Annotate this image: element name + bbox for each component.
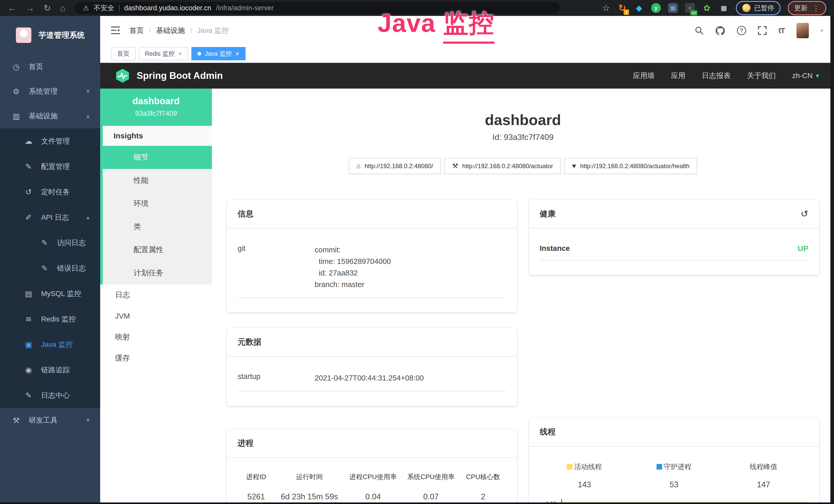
extension-refresh-icon[interactable]: ↻ 1 — [617, 3, 627, 13]
sidebar-collapse-icon[interactable] — [111, 26, 120, 35]
window-right-scrollbar[interactable] — [830, 16, 834, 504]
info-row-git: git commit: time: 1596289704000 id: 27aa… — [238, 236, 506, 298]
sba-nav-about[interactable]: 关于我们 — [747, 71, 776, 81]
font-size-icon[interactable]: tT — [778, 26, 785, 35]
breadcrumb-home[interactable]: 首页 — [129, 26, 144, 36]
health-history-icon[interactable]: ↺ — [800, 208, 808, 219]
sba-nav-jvm[interactable]: JVM — [100, 305, 212, 327]
sba-nav-wallboard[interactable]: 应用墙 — [633, 71, 655, 81]
sba-topbar: Spring Boot Admin 应用墙 应用 日志报表 关于我们 zh-CN… — [100, 63, 834, 89]
sidebar-item-log-center[interactable]: ✎ 日志中心 — [0, 383, 100, 408]
heartbeat-icon: ♥ — [572, 162, 576, 170]
sidebar-item-access-logs[interactable]: ✎ 访问日志 — [0, 230, 100, 255]
process-col-cores: CPU核心数 — [460, 473, 506, 481]
health-row-instance[interactable]: Instance UP — [540, 236, 808, 260]
spring-boot-admin-logo-icon[interactable] — [115, 68, 130, 83]
search-icon[interactable] — [695, 26, 704, 35]
sidebar-item-mysql-monitor[interactable]: ▤ MySQL 监控 — [0, 281, 100, 306]
browser-home-icon[interactable]: ⌂ — [60, 4, 66, 12]
close-icon[interactable]: × — [236, 50, 239, 57]
browser-menu-dots-icon[interactable]: ⋮ — [812, 4, 820, 13]
breadcrumb-infra[interactable]: 基础设施 — [156, 26, 185, 36]
actuator-url-chip[interactable]: ⚒ http://192.168.0.2:48080/actuator — [444, 158, 561, 174]
threads-legend: 活动线程 守护进程 线程峰值 143 — [540, 454, 808, 489]
sidebar-item-home[interactable]: ◷ 首页 — [0, 54, 100, 79]
sidebar-item-label: 首页 — [29, 62, 43, 72]
browser-update-button[interactable]: 更新 ⋮ — [788, 1, 826, 15]
security-label[interactable]: 不安全 — [93, 3, 114, 13]
legend-label: 活动线程 — [574, 462, 602, 472]
sba-nav-logs[interactable]: 日志 — [100, 284, 212, 305]
browser-back-icon[interactable]: ← — [8, 4, 17, 12]
sidebar-item-error-logs[interactable]: ✎ 错误日志 — [0, 255, 100, 281]
health-url-chip[interactable]: ♥ http://192.168.0.2:48080/actuator/heal… — [564, 158, 697, 174]
sba-nav-environment[interactable]: 环境 — [103, 192, 212, 215]
sidebar-item-config-manage[interactable]: ✎ 配置管理 — [0, 154, 100, 179]
profile-paused-pill[interactable]: 已暂停 — [736, 1, 781, 15]
sidebar-item-infra[interactable]: ▥ 基础设施 ▴ — [0, 104, 100, 129]
tab-java-monitor[interactable]: Java 监控 × — [191, 47, 245, 60]
sba-nav-mappings[interactable]: 映射 — [100, 327, 212, 348]
sba-nav-caches[interactable]: 缓存 — [100, 348, 212, 369]
browser-forward-icon[interactable]: → — [26, 4, 35, 12]
github-icon[interactable] — [715, 26, 725, 35]
extension-grid-icon[interactable]: ▦ — [668, 3, 678, 13]
sba-nav-journal[interactable]: 日志报表 — [702, 71, 731, 81]
service-url-chip[interactable]: ⌂ http://192.168.0.2:48080/ — [349, 158, 441, 174]
user-avatar[interactable] — [796, 23, 809, 38]
health-card-header: 健康 ↺ — [529, 200, 819, 229]
url-path: /infra/admin-server — [216, 4, 274, 12]
extension-proxy-icon[interactable]: ≡ on — [685, 3, 695, 13]
sba-nav-metrics[interactable]: 性能 — [103, 169, 212, 192]
sba-nav-applications[interactable]: 应用 — [671, 71, 685, 81]
edit-square-icon: ✎ — [39, 238, 50, 247]
legend-label: 守护进程 — [664, 462, 692, 472]
sba-nav-config-props[interactable]: 配置属性 — [103, 238, 212, 261]
tab-redis-monitor[interactable]: Redis 监控 × — [139, 47, 188, 60]
user-menu-caret-icon[interactable]: ▾ — [821, 27, 823, 33]
wrench-icon: ⚒ — [452, 162, 458, 170]
home-icon: ⌂ — [356, 162, 360, 170]
sidebar-item-dev-tools[interactable]: ⚒ 研发工具 ▾ — [0, 408, 100, 433]
metadata-row-value: 2021-04-27T00:44:31.254+08:00 — [315, 372, 506, 384]
url-host: dashboard.yudao.iocoder.cn — [124, 4, 211, 12]
history-icon: ↺ — [23, 187, 34, 197]
process-card-body: 进程ID 运行时间 进程CPU使用率 系统CPU使用率 CPU核心数 5261 … — [227, 458, 517, 504]
sba-nav-scheduled-tasks[interactable]: 计划任务 — [103, 261, 212, 284]
sba-nav-classes[interactable]: 类 — [103, 215, 212, 238]
instance-header[interactable]: dashboard 93a3fc7f7409 — [100, 89, 212, 126]
sidebar-item-label: 研发工具 — [29, 415, 58, 425]
metadata-row-startup: startup 2021-04-27T00:44:31.254+08:00 — [238, 364, 506, 392]
sidebar-item-label: MySQL 监控 — [41, 289, 81, 299]
tab-home[interactable]: 首页 — [111, 47, 136, 60]
sidebar-item-scheduled-jobs[interactable]: ↺ 定时任务 — [0, 179, 100, 205]
browser-reload-icon[interactable]: ↻ — [44, 4, 51, 12]
sba-nav-details[interactable]: 细节 — [103, 146, 212, 169]
sba-body: dashboard 93a3fc7f7409 Insights 细节 性能 环境… — [100, 89, 834, 504]
extension-yuque-icon[interactable]: y — [651, 3, 661, 13]
sidebar-item-redis-monitor[interactable]: ≋ Redis 监控 — [0, 306, 100, 332]
sidebar-item-file-manage[interactable]: ☁ 文件管理 — [0, 129, 100, 154]
sidebar-item-label: Redis 监控 — [41, 314, 76, 324]
browser-chrome: ← → ↻ ⌂ ⚠ 不安全 dashboard.yudao.iocoder.cn… — [0, 0, 834, 16]
extension-leaf-icon[interactable]: ✿ — [702, 3, 712, 13]
chevron-up-icon: ▴ — [87, 214, 89, 221]
fullscreen-icon[interactable] — [758, 26, 767, 35]
process-col-proc-cpu: 进程CPU使用率 — [344, 473, 402, 481]
sba-language-select[interactable]: zh-CN ▾ — [792, 72, 819, 80]
sidebar-item-tracing[interactable]: ◉ 链路追踪 — [0, 357, 100, 383]
sidebar-item-system[interactable]: ⚙ 系统管理 ▾ — [0, 79, 100, 104]
brand-logo-image — [16, 27, 32, 43]
sba-brand-title[interactable]: Spring Boot Admin — [137, 70, 223, 81]
help-icon[interactable]: ? — [737, 26, 746, 35]
extension-pin-icon[interactable]: ◆ — [634, 3, 644, 13]
sidebar-item-api-logs[interactable]: ✐ API 日志 ▴ — [0, 205, 100, 230]
git-time-line: time: 1596289704000 — [315, 256, 506, 267]
brand-row[interactable]: 芋道管理系统 — [0, 16, 100, 54]
breadcrumb-separator: / — [149, 26, 151, 35]
address-bar[interactable]: ⚠ 不安全 dashboard.yudao.iocoder.cn/infra/a… — [75, 2, 560, 14]
close-icon[interactable]: × — [178, 50, 182, 57]
bookmark-star-icon[interactable]: ☆ — [602, 3, 610, 13]
extensions-puzzle-icon[interactable]: ▦ — [719, 3, 729, 13]
sidebar-item-java-monitor[interactable]: ▣ Java 监控 — [0, 332, 100, 357]
